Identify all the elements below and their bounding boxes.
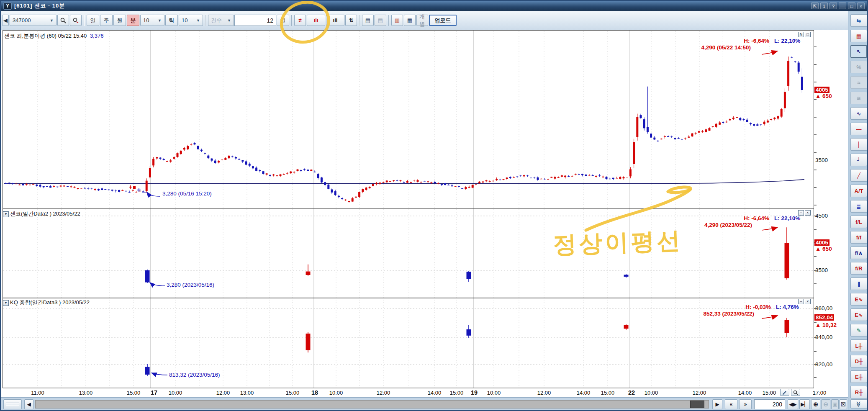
volume-red-chart-icon[interactable]: ılı bbox=[307, 15, 325, 26]
fit-chart-button[interactable]: ▣ bbox=[831, 399, 839, 409]
elliott-wave-icon[interactable]: E∿ bbox=[850, 293, 867, 306]
scrollbar-track[interactable] bbox=[35, 400, 709, 408]
fibo-fan-icon[interactable]: f/∧ bbox=[850, 247, 867, 259]
pencil-draw-icon[interactable]: ✎ bbox=[850, 324, 867, 337]
cursor-icon[interactable]: ↖ bbox=[850, 45, 867, 58]
scroll-right-button[interactable]: ▶ bbox=[712, 399, 722, 409]
close-scroll-button[interactable]: ☒ bbox=[840, 399, 847, 409]
maximize-button[interactable]: □ bbox=[848, 3, 855, 9]
horizontal-line-icon[interactable]: — bbox=[850, 123, 867, 135]
chart-window: Y [6101] 센코 - 10분 ⇱ 1 ? — □ × ◀ 347000 ▼… bbox=[0, 0, 868, 411]
panel1-news-button[interactable]: N bbox=[798, 32, 804, 37]
bar-count-input[interactable] bbox=[754, 399, 785, 409]
toolbar-separator bbox=[291, 15, 292, 26]
tick-button[interactable]: 틱 bbox=[165, 15, 178, 26]
toolbar-separator bbox=[359, 15, 360, 26]
pattern-d-icon[interactable]: D╫ bbox=[850, 355, 867, 367]
go-to-end-button[interactable]: ▶▏ bbox=[799, 399, 810, 409]
pattern-l-icon[interactable]: L╫ bbox=[850, 339, 867, 352]
panel1-ma-value: 3,376 bbox=[90, 33, 104, 39]
elliott-wave2-icon[interactable]: E∿ bbox=[850, 308, 867, 321]
chevron-down-icon[interactable]: ▼ bbox=[3, 211, 9, 217]
panel1-header-text: 센코 최,분봉이평 (60) 05/22 15:40 bbox=[4, 33, 87, 39]
vertical-line-icon[interactable]: │ bbox=[850, 138, 867, 151]
days-unit-button[interactable]: 일 bbox=[277, 15, 289, 26]
zoom-out-button[interactable]: ⊖ bbox=[821, 399, 830, 409]
drawing-toolbar: ⇆▦↖%≈≋∿—│┘╱A/T≣f/Lf/ff/∧f/R∥E∿E∿✎L╫D╫E╫R… bbox=[848, 11, 868, 411]
transfer-window-button[interactable]: ⇱ bbox=[811, 3, 819, 9]
fibo-l-icon[interactable]: f/L bbox=[850, 216, 867, 228]
svg-text:12:00: 12:00 bbox=[693, 390, 706, 396]
chart-canvas[interactable]: 11:0013:0015:001710:0012:0013:0015:00181… bbox=[1, 30, 846, 397]
panel3-header-text: KQ 종합(일간Data3 ) 2023/05/22 bbox=[10, 299, 90, 306]
angle-line-icon[interactable]: ┘ bbox=[850, 154, 867, 166]
pattern-e-icon[interactable]: E╫ bbox=[850, 370, 867, 383]
panel3-close-button[interactable]: × bbox=[805, 299, 811, 304]
multi-chart-icon[interactable]: ▦ bbox=[850, 30, 867, 42]
toolbar-separator bbox=[205, 15, 206, 26]
fibo-f-icon[interactable]: f/f bbox=[850, 231, 867, 244]
drag-hand-icon[interactable]: ≈ bbox=[850, 76, 867, 89]
chevron-down-icon: ▼ bbox=[196, 18, 200, 23]
fibo-levels-icon[interactable]: ≣ bbox=[850, 200, 867, 213]
text-note-icon[interactable]: A/T bbox=[850, 185, 867, 197]
panel3-minimize-button[interactable]: − bbox=[798, 299, 804, 304]
fibo-r-icon[interactable]: f/R bbox=[850, 262, 867, 275]
zoom-in-button[interactable]: ⊕ bbox=[811, 399, 820, 409]
grid-table-icon[interactable]: ▦ bbox=[404, 15, 416, 26]
trend-line-icon[interactable]: ╱ bbox=[850, 169, 867, 182]
chevron-down-icon: ▼ bbox=[158, 18, 162, 23]
more-tools-button[interactable]: ≫ bbox=[850, 399, 867, 408]
window-title: [6101] 센코 - 10분 bbox=[14, 2, 65, 10]
svg-text:11:00: 11:00 bbox=[31, 390, 44, 396]
page-forward-button[interactable]: » bbox=[739, 399, 752, 409]
individual-button: 개별 bbox=[416, 15, 428, 26]
mini-chart-icon[interactable]: ∿ bbox=[850, 107, 867, 120]
search-button[interactable] bbox=[57, 15, 69, 26]
zoom-range-button[interactable] bbox=[791, 389, 800, 396]
panel3-low-callout: 813,32 (2023/05/16) bbox=[169, 372, 220, 378]
spin-left-button[interactable]: ◀ bbox=[2, 15, 9, 26]
scrollbar-thumb[interactable] bbox=[690, 401, 704, 408]
strike-line-icon[interactable]: ≠ bbox=[294, 15, 306, 26]
ratio-tool-icon[interactable]: % bbox=[850, 61, 867, 73]
sync-icon[interactable]: ⇆ bbox=[850, 14, 867, 27]
expand-bars-button[interactable]: ◀▶ bbox=[788, 399, 798, 409]
minimize-button[interactable]: — bbox=[839, 3, 846, 9]
svg-text:12:00: 12:00 bbox=[537, 390, 551, 396]
parallel-channel-icon[interactable]: ∥ bbox=[850, 277, 867, 290]
period-minute-button[interactable]: 분 bbox=[127, 15, 139, 26]
sort-arrows-icon[interactable]: ⇅ bbox=[345, 15, 357, 26]
upload-button[interactable]: 업로드 bbox=[429, 15, 457, 26]
scroll-left-button[interactable]: ◀ bbox=[24, 399, 33, 409]
pattern-r-icon[interactable]: R╫ bbox=[850, 386, 867, 398]
svg-text:13:00: 13:00 bbox=[240, 390, 254, 396]
period-day-button[interactable]: 일 bbox=[87, 15, 99, 26]
draw-mode-button[interactable] bbox=[780, 389, 789, 396]
minute-interval-combo[interactable]: 10 ▼ bbox=[140, 15, 164, 26]
close-button[interactable]: × bbox=[857, 3, 865, 9]
panel2-header: ▼센코(일간Data2 ) 2023/05/22 bbox=[3, 210, 80, 218]
search-favorite-button[interactable] bbox=[70, 15, 82, 26]
panel2-close-button[interactable]: × bbox=[805, 210, 811, 216]
page-back-button[interactable]: « bbox=[725, 399, 737, 409]
panel3-peak-callout: 852,33 (2023/05/22) bbox=[675, 311, 754, 317]
chevron-down-icon[interactable]: ▼ bbox=[3, 300, 9, 306]
panel1-restore-button[interactable]: □ bbox=[805, 32, 811, 37]
title-bar[interactable]: Y [6101] 센코 - 10분 ⇱ 1 ? — □ × bbox=[1, 1, 867, 11]
copy-chart-icon[interactable]: ▤ bbox=[362, 15, 374, 26]
tick-interval-combo[interactable]: 10 ▼ bbox=[179, 15, 203, 26]
scrollbar-grip[interactable] bbox=[3, 399, 22, 409]
period-month-button[interactable]: 월 bbox=[113, 15, 126, 26]
panel2-low-label: L: 22,10% bbox=[774, 215, 800, 221]
svg-text:15:00: 15:00 bbox=[450, 390, 464, 396]
period-week-button[interactable]: 주 bbox=[100, 15, 113, 26]
candle-report-icon[interactable]: ▥ bbox=[391, 15, 403, 26]
volume-chart-icon[interactable]: ıll bbox=[326, 15, 344, 26]
stock-code-combo[interactable]: 347000 ▼ bbox=[10, 15, 56, 26]
days-input[interactable] bbox=[234, 15, 276, 26]
svg-text:14:00: 14:00 bbox=[577, 390, 591, 396]
move-hand-icon[interactable]: ≋ bbox=[850, 92, 867, 104]
screen-count-button[interactable]: 1 bbox=[820, 3, 828, 9]
help-button[interactable]: ? bbox=[829, 3, 837, 9]
